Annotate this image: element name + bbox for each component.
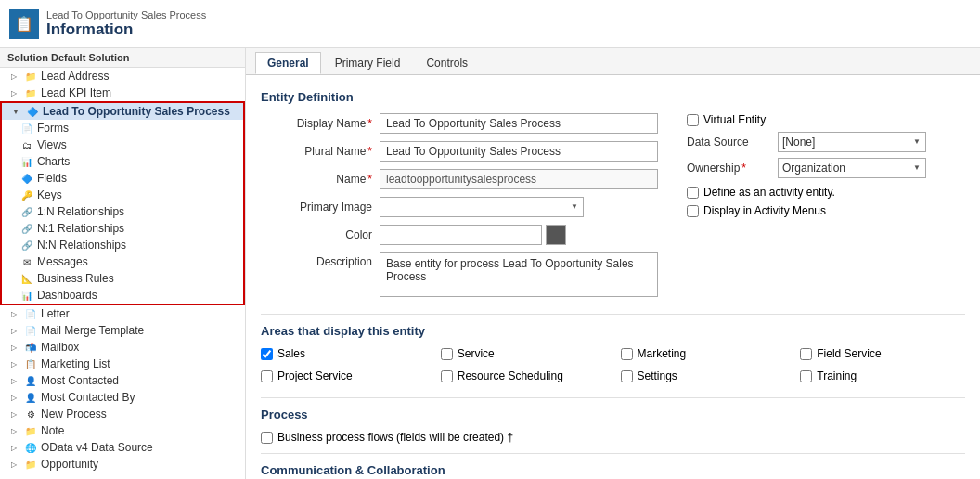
sidebar-label-1n: 1:N Relationships	[37, 205, 124, 218]
area-training-checkbox[interactable]	[800, 370, 812, 382]
sidebar-label-letter: Letter	[41, 307, 70, 320]
new-process-icon: ⚙	[24, 408, 37, 421]
tab-general[interactable]: General	[255, 52, 321, 74]
area-settings-checkbox[interactable]	[621, 370, 633, 382]
plural-name-input[interactable]	[380, 141, 658, 162]
expand-icon: ▷	[7, 408, 20, 421]
name-input[interactable]	[380, 169, 658, 189]
display-activity-checkbox[interactable]	[687, 205, 699, 217]
sidebar-child-nn[interactable]: 🔗 N:N Relationships	[2, 237, 243, 253]
sidebar-child-fields[interactable]: 🔷 Fields	[2, 170, 243, 187]
sidebar-child-forms[interactable]: 📄 Forms	[2, 120, 243, 136]
folder-icon: 📁	[24, 70, 37, 83]
letter-icon: 📄	[24, 307, 37, 320]
sidebar-item-marketing-list[interactable]: ▷ 📋 Marketing List	[0, 356, 245, 372]
area-field-service-checkbox[interactable]	[800, 348, 812, 360]
area-resource-checkbox[interactable]	[441, 370, 453, 382]
area-sales-checkbox[interactable]	[261, 348, 273, 360]
define-activity-checkbox[interactable]	[687, 187, 699, 199]
area-training-row: Training	[800, 369, 965, 382]
sidebar-label-mailbox: Mailbox	[41, 341, 79, 354]
expand-icon: ▷	[7, 357, 20, 370]
sidebar-label-nn: N:N Relationships	[37, 239, 126, 252]
data-source-select[interactable]: [None]	[778, 132, 926, 152]
color-text-input[interactable]	[380, 225, 542, 245]
primary-image-select[interactable]	[380, 197, 584, 217]
business-process-label: Business process flows (fields will be c…	[277, 431, 513, 444]
header: 📋 Lead To Opportunity Sales Process Info…	[0, 0, 980, 48]
form-layout: Display Name* Plural Name* N	[261, 113, 965, 304]
header-title: Information	[46, 20, 206, 39]
sidebar-child-charts[interactable]: 📊 Charts	[2, 153, 243, 170]
sidebar-item-opportunity[interactable]: ▷ 📁 Opportunity	[0, 456, 245, 473]
header-title-block: Lead To Opportunity Sales Process Inform…	[46, 9, 206, 39]
area-project-checkbox[interactable]	[261, 370, 273, 382]
mail-merge-icon: 📄	[24, 324, 37, 337]
sidebar-label-most-contacted-by: Most Contacted By	[41, 391, 135, 404]
color-swatch[interactable]	[546, 225, 566, 245]
business-process-checkbox[interactable]	[261, 432, 273, 444]
sidebar-item-odata[interactable]: ▷ 🌐 OData v4 Data Source	[0, 439, 245, 456]
expand-icon: ▷	[7, 324, 20, 337]
sidebar-item-new-process[interactable]: ▷ ⚙ New Process	[0, 406, 245, 422]
sidebar-label-fields: Fields	[37, 172, 67, 185]
sidebar-group-lead-opp: ▼ 🔷 Lead To Opportunity Sales Process 📄 …	[0, 101, 245, 305]
sidebar-label-lead-kpi: Lead KPI Item	[41, 86, 111, 99]
color-label: Color	[261, 228, 372, 241]
virtual-entity-checkbox[interactable]	[687, 114, 699, 126]
area-settings-label: Settings	[638, 369, 677, 382]
area-settings-row: Settings	[621, 369, 786, 382]
color-input-row	[380, 225, 566, 245]
sidebar-child-messages[interactable]: ✉ Messages	[2, 253, 243, 270]
sidebar-child-business-rules[interactable]: 📐 Business Rules	[2, 270, 243, 287]
sidebar-label-odata: OData v4 Data Source	[41, 441, 153, 454]
1n-icon: 🔗	[20, 205, 33, 218]
sidebar-child-keys[interactable]: 🔑 Keys	[2, 187, 243, 203]
display-activity-label: Display in Activity Menus	[703, 204, 826, 217]
entity-definition-title: Entity Definition	[261, 90, 965, 104]
sidebar-child-n1[interactable]: 🔗 N:1 Relationships	[2, 220, 243, 237]
display-name-input[interactable]	[380, 113, 658, 134]
area-service-checkbox[interactable]	[441, 348, 453, 360]
content-body: Entity Definition Display Name* Plural	[246, 75, 980, 479]
sidebar-child-views[interactable]: 🗂 Views	[2, 136, 243, 153]
sidebar-item-most-contacted[interactable]: ▷ 👤 Most Contacted	[0, 372, 245, 389]
sidebar-label-mail-merge: Mail Merge Template	[41, 324, 144, 337]
expand-icon: ▷	[7, 374, 20, 387]
areas-grid: Sales Project Service Service Resource S…	[261, 347, 965, 388]
sidebar-label-business-rules: Business Rules	[37, 272, 114, 285]
tab-primary-field[interactable]: Primary Field	[323, 52, 413, 74]
sidebar-label-dashboards: Dashboards	[37, 289, 97, 302]
sidebar-item-mail-merge[interactable]: ▷ 📄 Mail Merge Template	[0, 322, 245, 339]
sidebar-item-most-contacted-by[interactable]: ▷ 👤 Most Contacted By	[0, 389, 245, 406]
area-project-label: Project Service	[277, 369, 353, 382]
content-panel: General Primary Field Controls Entity De…	[246, 48, 980, 479]
sidebar-child-dashboards[interactable]: 📊 Dashboards	[2, 287, 243, 304]
description-row: Description Base entity for process Lead…	[261, 252, 659, 297]
primary-image-row: Primary Image	[261, 197, 659, 217]
sidebar-group-header-lead-opp[interactable]: ▼ 🔷 Lead To Opportunity Sales Process	[2, 103, 243, 120]
area-resource-row: Resource Scheduling	[441, 369, 606, 382]
sidebar-item-lead-kpi[interactable]: ▷ 📁 Lead KPI Item	[0, 84, 245, 101]
area-marketing-checkbox[interactable]	[621, 348, 633, 360]
sidebar-item-letter[interactable]: ▷ 📄 Letter	[0, 305, 245, 322]
ownership-label: Ownership*	[687, 162, 770, 175]
most-contacted-icon: 👤	[24, 374, 37, 387]
sidebar-item-note[interactable]: ▷ 📁 Note	[0, 422, 245, 439]
areas-col4: Field Service Training	[800, 347, 965, 388]
expand-icon: ▷	[7, 86, 20, 99]
description-textarea[interactable]: Base entity for process Lead To Opportun…	[380, 252, 658, 297]
sidebar-item-mailbox[interactable]: ▷ 📬 Mailbox	[0, 339, 245, 356]
ownership-row: Ownership* Organization	[687, 158, 965, 178]
most-contacted-by-icon: 👤	[24, 391, 37, 404]
ownership-select[interactable]: Organization	[778, 158, 926, 178]
sidebar-child-1n[interactable]: 🔗 1:N Relationships	[2, 203, 243, 220]
primary-image-select-wrapper	[380, 197, 584, 217]
sidebar-item-lead-address[interactable]: ▷ 📁 Lead Address	[0, 68, 245, 84]
keys-icon: 🔑	[20, 188, 33, 201]
area-sales-label: Sales	[277, 347, 305, 360]
expand-icon: ▷	[7, 458, 20, 471]
tab-controls[interactable]: Controls	[414, 52, 480, 74]
sidebar: Solution Default Solution ▷ 📁 Lead Addre…	[0, 48, 246, 479]
forms-icon: 📄	[20, 122, 33, 135]
